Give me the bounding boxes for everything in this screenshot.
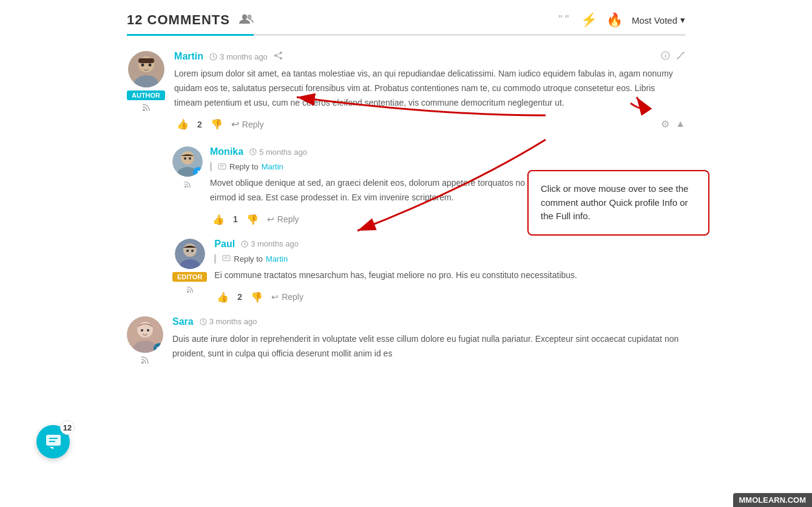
martin-dislike-btn[interactable]: 👎	[208, 117, 225, 131]
monika-like-count: 1	[233, 214, 238, 224]
svg-point-8	[141, 64, 144, 67]
svg-rect-30	[218, 164, 226, 169]
paul-like-count: 2	[237, 292, 242, 302]
paul-meta: Paul 3 months ago	[214, 239, 685, 250]
martin-rss-icon[interactable]	[142, 103, 151, 114]
paul-name[interactable]: Paul	[214, 239, 235, 250]
monika-avatar[interactable]: t	[172, 146, 203, 177]
reply-item-paul: Editor Paul 3 months ago Reply to Martin	[172, 239, 685, 304]
martin-actions-top: i	[661, 51, 685, 62]
monika-dislike-btn[interactable]: 👎	[244, 213, 261, 226]
svg-rect-7	[138, 58, 154, 63]
monika-name[interactable]: Monika	[210, 146, 243, 157]
martin-collapse-icon[interactable]: ▲	[675, 118, 685, 130]
callout-text: Click or move mouse over to see the comm…	[541, 182, 696, 223]
paul-avatar-wrap: Editor	[172, 239, 207, 304]
sort-dropdown[interactable]: Most Voted ▾	[632, 15, 685, 26]
martin-share-icon[interactable]	[274, 52, 283, 61]
martin-avatar-wrap: Author	[127, 51, 165, 131]
martin-comment-body: Martin 3 months ago i Lorem ips	[174, 51, 685, 131]
sara-rss-icon[interactable]	[141, 356, 149, 367]
svg-point-36	[186, 250, 189, 252]
sara-time: 3 months ago	[200, 317, 257, 326]
svg-line-53	[203, 322, 205, 322]
chevron-down-icon: ▾	[680, 15, 685, 26]
svg-point-49	[147, 329, 149, 332]
monika-rss-icon[interactable]	[184, 180, 191, 191]
sara-name[interactable]: Sara	[172, 316, 194, 327]
header-right: "" ⚡ 🔥 Most Voted ▾	[558, 12, 685, 28]
sort-label: Most Voted	[632, 15, 677, 26]
paul-like-btn[interactable]: 👍	[214, 290, 231, 304]
monika-twitter-badge: t	[193, 167, 203, 177]
monika-like-btn[interactable]: 👍	[210, 213, 227, 226]
paul-reply-btn[interactable]: ↩ Reply	[271, 292, 303, 302]
martin-reply-btn[interactable]: ↩ Reply	[231, 118, 264, 130]
martin-footer: 👍 2 👎 ↩ Reply ⚙ ▲	[174, 117, 685, 131]
comments-title-wrap: 12 COMMENTS	[127, 12, 254, 36]
svg-rect-42	[223, 256, 230, 261]
martin-link-icon[interactable]	[676, 51, 685, 62]
svg-point-0	[242, 14, 247, 19]
martin-text: Lorem ipsum dolor sit amet, ea tantas mo…	[174, 67, 685, 110]
martin-like-count: 2	[197, 120, 202, 129]
svg-point-9	[148, 64, 151, 67]
comments-header: 12 COMMENTS "" ⚡ 🔥 Most Voted ▾	[127, 12, 685, 36]
svg-point-24	[184, 157, 186, 160]
comment-item-sara: W Sara 3 months ago Duis aute irure dolo…	[127, 316, 685, 369]
callout-box: Click or move mouse over to see the comm…	[527, 170, 709, 236]
reply-arrow-icon3: ↩	[271, 292, 279, 302]
paul-dislike-btn[interactable]: 👎	[248, 290, 265, 304]
paul-avatar[interactable]	[175, 239, 205, 269]
paul-reply-to-name[interactable]: Martin	[266, 254, 288, 264]
users-icon[interactable]	[239, 13, 254, 28]
svg-point-38	[187, 291, 189, 293]
svg-point-10	[143, 109, 145, 111]
sara-comment-body: Sara 3 months ago Duis aute irure dolor …	[172, 316, 685, 369]
sara-text: Duis aute irure dolor in reprehenderit i…	[172, 332, 685, 361]
svg-line-13	[214, 57, 215, 58]
svg-line-18	[276, 56, 281, 59]
paul-body: Paul 3 months ago Reply to Martin Ei com…	[214, 239, 685, 304]
svg-line-29	[253, 152, 254, 153]
paul-time: 3 months ago	[241, 239, 299, 248]
svg-line-17	[276, 53, 281, 56]
martin-like-btn[interactable]: 👍	[174, 117, 191, 131]
reply-arrow-icon2: ↩	[267, 214, 274, 224]
reply-arrow-icon: ↩	[231, 118, 239, 130]
monika-reply-to-name[interactable]: Martin	[262, 162, 283, 171]
paul-text: Ei commune tractatos mnesarchum has, feu…	[214, 268, 685, 283]
martin-footer-right: ⚙ ▲	[661, 118, 685, 130]
martin-badge: Author	[127, 90, 165, 100]
paul-reply-to: Reply to Martin	[214, 254, 685, 264]
paul-footer: 👍 2 👎 ↩ Reply	[214, 290, 685, 304]
lightning-icon[interactable]: ⚡	[581, 12, 597, 28]
comment-item-martin: Author Martin 3 months ago i	[127, 51, 685, 131]
svg-point-26	[184, 186, 186, 188]
sara-avatar[interactable]: W	[127, 316, 163, 353]
paul-rss-icon[interactable]	[186, 285, 194, 296]
monika-reply-btn[interactable]: ↩ Reply	[267, 214, 299, 224]
monika-time: 5 months ago	[249, 148, 307, 157]
martin-time: 3 months ago	[209, 52, 268, 61]
svg-line-41	[245, 244, 246, 245]
monika-avatar-wrap: t	[172, 146, 203, 226]
martin-avatar[interactable]	[128, 51, 164, 87]
sara-meta: Sara 3 months ago	[172, 316, 685, 327]
martin-meta: Martin 3 months ago i	[174, 51, 685, 62]
martin-settings-icon[interactable]: ⚙	[661, 118, 669, 130]
svg-text:": "	[558, 13, 562, 24]
svg-point-34	[183, 243, 197, 257]
svg-point-48	[141, 329, 143, 332]
svg-text:": "	[565, 13, 569, 24]
svg-point-50	[141, 361, 144, 364]
svg-point-25	[189, 157, 191, 160]
martin-info-icon[interactable]: i	[661, 51, 670, 62]
sara-avatar-wrap: W	[127, 316, 163, 369]
quote-icon[interactable]: ""	[558, 12, 572, 28]
martin-name[interactable]: Martin	[174, 51, 203, 62]
monika-meta: Monika 5 months ago	[210, 146, 685, 157]
fire-icon[interactable]: 🔥	[606, 12, 623, 28]
paul-badge: Editor	[172, 272, 207, 282]
svg-text:i: i	[665, 53, 666, 59]
